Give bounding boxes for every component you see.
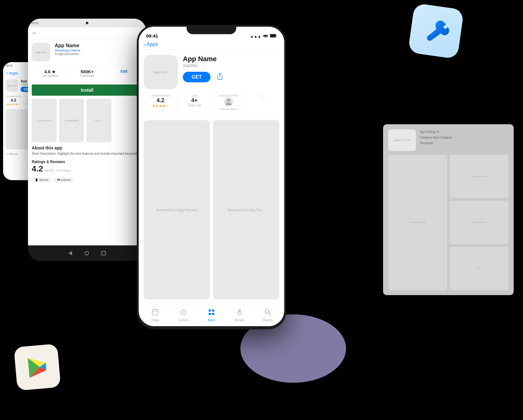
tab-search-label: Search	[263, 318, 273, 322]
android-home-nav[interactable]	[85, 251, 89, 255]
android-screenshot-2: Screenshot	[59, 99, 84, 142]
android-app-name: App Name	[55, 43, 81, 48]
games-icon	[180, 309, 187, 317]
apps-icon	[208, 309, 215, 317]
main-ios-notch	[187, 25, 236, 34]
tv-top-row: Apple TV Icon Age Rating 4+ Category App…	[388, 129, 509, 151]
svg-rect-22	[212, 313, 214, 315]
main-app-details: App Name Subtitle GET	[183, 55, 279, 82]
main-back-button[interactable]: ‹ Apps	[144, 42, 279, 47]
android-phone: 09:41 ← App Icon App Name Developer Name…	[28, 19, 146, 261]
android-tag-games: 🎮 Games	[54, 177, 74, 182]
small-ios-time: 09:41	[6, 64, 13, 67]
wifi-icon	[263, 34, 268, 39]
tv-icon-placeholder: Apple TV Icon	[388, 129, 416, 151]
tv-screenshot-col-2: Screenshot or Screenshot or Sc...	[450, 155, 509, 290]
main-app-name: App Name	[183, 55, 279, 63]
android-rating-stat: 4.6 ★ 12K reviews	[32, 68, 69, 79]
android-time: 09:41	[31, 21, 39, 25]
main-home-indicator	[193, 321, 230, 322]
android-app-icon: App Icon	[32, 43, 50, 62]
main-screenshots-area: Screenshot or App Preview Screenshot or …	[139, 116, 284, 304]
tv-screenshot-3: Screenshot or	[450, 201, 509, 244]
main-share-button[interactable]	[217, 73, 223, 81]
main-get-button[interactable]: GET	[183, 72, 211, 82]
tv-screenshot-4: Sc...	[450, 247, 509, 290]
android-downloads-sub: Downloads	[69, 74, 105, 77]
svg-line-26	[269, 313, 271, 315]
svg-rect-19	[209, 309, 211, 312]
android-developer-name: Developer Name	[55, 48, 81, 52]
android-recents-nav[interactable]	[101, 251, 106, 255]
android-screen: 09:41 ← App Icon App Name Developer Name…	[28, 19, 146, 245]
android-ratings-title: Ratings & Reviews	[32, 160, 142, 164]
tv-info: Age Rating 4+ Category App Category Deve…	[420, 129, 509, 146]
android-about: About this app Short Description: Highli…	[28, 142, 146, 157]
svg-rect-21	[209, 313, 211, 315]
today-icon	[152, 309, 159, 317]
main-developer-stat: DEVELOPER Developer Name	[212, 93, 246, 112]
main-time: 09:41	[146, 33, 158, 39]
tv-details: Age Rating 4+ Category App Category Deve…	[420, 129, 509, 146]
developer-avatar-icon	[212, 97, 245, 108]
android-ratings-big: 4.2	[32, 164, 43, 174]
tv-screenshot-1: Screenshot Or	[388, 155, 447, 290]
main-screen-content: 09:41 ▲▲▲ ‹ Apps	[139, 27, 284, 326]
android-screenshot-1: Screenshot	[32, 99, 57, 142]
android-downloads-stat: 500K+ Downloads	[69, 68, 106, 79]
android-about-title: About this app	[32, 145, 142, 150]
android-bottom-bar	[28, 245, 146, 261]
main-screenshot-1: Screenshot or App Preview	[144, 120, 210, 299]
main-back-label: Apps	[146, 42, 158, 47]
android-ratings-section: Ratings & Reviews 4.2 out of 5 250 Ratin…	[28, 157, 146, 176]
android-rating-val: 4.6 ★	[32, 69, 68, 74]
tab-search[interactable]: Search	[254, 306, 282, 324]
small-ios-appicon: App Icon	[6, 79, 18, 92]
main-age-stat: AGE 4+ Years Old	[178, 93, 211, 112]
android-back-nav[interactable]	[68, 251, 72, 255]
svg-point-25	[265, 310, 269, 313]
main-app-icon: App Icon	[144, 55, 178, 89]
android-about-desc: Short Description: Highlight the best fe…	[32, 152, 142, 156]
main-app-header: App Icon App Name Subtitle GET	[139, 50, 284, 93]
tab-arcade-label: Arcade	[235, 318, 245, 322]
android-install-button[interactable]: Install	[32, 84, 142, 96]
tv-screenshot-col-1: Screenshot Or	[388, 155, 447, 290]
android-screenshot-3: Scre...	[86, 99, 111, 142]
main-status-icons: ▲▲▲	[250, 34, 277, 39]
appstore-icon-overlay	[408, 3, 464, 59]
arcade-icon	[236, 309, 243, 317]
tv-content: Apple TV Icon Age Rating 4+ Category App…	[383, 124, 514, 295]
battery-icon	[270, 34, 277, 39]
main-extra-stat: LA... —	[246, 93, 279, 112]
android-downloads-val: 500K+	[69, 69, 105, 74]
android-header: ←	[28, 27, 146, 39]
android-tag-iphone: 📱 Iphone	[32, 177, 51, 182]
svg-rect-20	[212, 309, 214, 312]
tv-screenshot-2: Screenshot or	[450, 155, 509, 198]
tv-screenshots-row: Screenshot Or Screenshot or Screenshot o…	[388, 155, 509, 290]
svg-rect-15	[152, 310, 158, 315]
tv-mockup: Apple TV Icon Age Rating 4+ Category App…	[383, 124, 514, 295]
android-tags: 📱 Iphone 🎮 Games	[28, 176, 146, 184]
android-camera	[86, 22, 88, 24]
main-app-subtitle: Subtitle	[183, 63, 279, 68]
android-in-app: In-app purchases	[55, 52, 81, 56]
small-ios-ratings-stat: 250 RATINGS 4.2 ★★★★☆	[6, 95, 21, 106]
main-action-row: GET	[183, 72, 279, 82]
tab-today-label: Today	[151, 318, 160, 322]
tab-games-label: Games	[178, 318, 188, 322]
android-ratings-sub: out of 5	[45, 169, 54, 172]
back-chevron-icon: ‹	[144, 42, 145, 47]
small-ios-apps-back[interactable]: < Apps	[6, 71, 18, 75]
main-stats-row: 250 RATINGS 4.2 ★★★★☆ AGE 4+ Years Old D…	[139, 93, 284, 116]
googleplay-icon	[14, 344, 61, 391]
tab-today[interactable]: Today	[141, 306, 169, 324]
svg-point-14	[227, 99, 230, 102]
android-ratings-count: 250 Ratings	[56, 169, 71, 172]
svg-rect-12	[271, 35, 275, 37]
android-screenshots: Screenshot Screenshot Scre...	[28, 99, 146, 142]
android-back-arrow[interactable]: ←	[32, 30, 37, 36]
android-app-details: App Name Developer Name In-app purchases	[55, 43, 81, 56]
search-icon	[264, 309, 271, 317]
